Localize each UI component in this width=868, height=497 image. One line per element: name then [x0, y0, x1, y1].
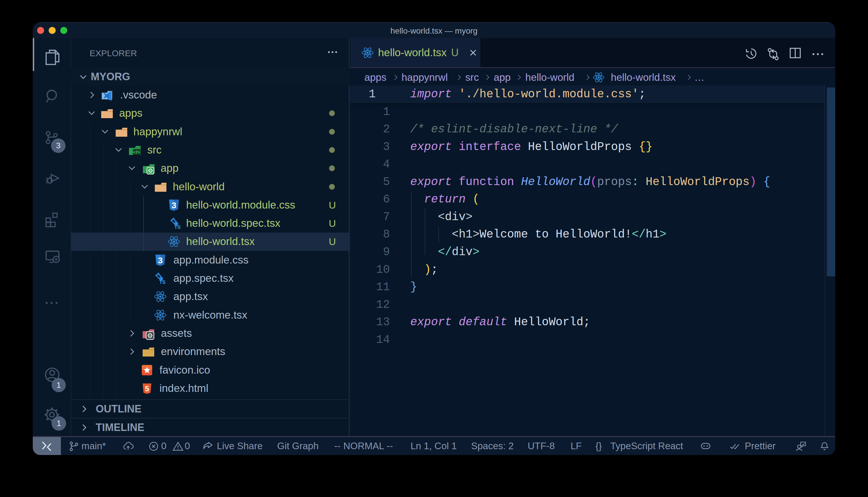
svg-text:3: 3: [158, 255, 163, 265]
svg-text:TS: TS: [174, 225, 181, 230]
svg-text:3: 3: [171, 200, 177, 210]
svg-text:</>: </>: [133, 150, 140, 155]
svg-text:5: 5: [145, 384, 149, 393]
svg-text:TS: TS: [159, 280, 166, 285]
